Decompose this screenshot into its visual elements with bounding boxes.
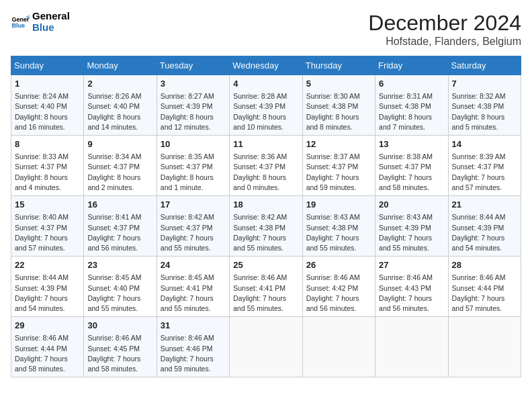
day-number: 12 xyxy=(306,138,371,150)
day-info: Sunrise: 8:24 AMSunset: 4:40 PMDaylight:… xyxy=(15,91,80,132)
logo: General Blue General Blue xyxy=(11,11,70,33)
day-number: 22 xyxy=(15,259,80,271)
day-info: Sunrise: 8:41 AMSunset: 4:37 PMDaylight:… xyxy=(87,212,152,253)
day-number: 19 xyxy=(306,199,371,211)
logo-general: General xyxy=(32,11,70,22)
day-number: 23 xyxy=(87,259,152,271)
day-number: 31 xyxy=(161,320,226,332)
calendar-cell: 2Sunrise: 8:26 AMSunset: 4:40 PMDaylight… xyxy=(84,75,157,136)
day-info: Sunrise: 8:46 AMSunset: 4:44 PMDaylight:… xyxy=(452,273,517,314)
day-number: 27 xyxy=(379,259,444,271)
day-number: 20 xyxy=(379,199,444,211)
calendar-cell: 3Sunrise: 8:27 AMSunset: 4:39 PMDaylight… xyxy=(157,75,229,136)
day-info: Sunrise: 8:45 AMSunset: 4:41 PMDaylight:… xyxy=(161,273,226,314)
day-info: Sunrise: 8:46 AMSunset: 4:45 PMDaylight:… xyxy=(87,333,152,374)
day-info: Sunrise: 8:31 AMSunset: 4:38 PMDaylight:… xyxy=(379,91,444,132)
calendar-cell: 7Sunrise: 8:32 AMSunset: 4:38 PMDaylight… xyxy=(448,75,521,136)
calendar-cell: 15Sunrise: 8:40 AMSunset: 4:37 PMDayligh… xyxy=(11,196,84,257)
day-number: 6 xyxy=(379,78,444,90)
page-header: General Blue General Blue December 2024 … xyxy=(11,11,521,48)
calendar-cell: 18Sunrise: 8:42 AMSunset: 4:38 PMDayligh… xyxy=(230,196,302,257)
calendar-cell: 23Sunrise: 8:45 AMSunset: 4:40 PMDayligh… xyxy=(84,257,157,317)
calendar-cell xyxy=(448,317,521,377)
calendar-cell: 14Sunrise: 8:39 AMSunset: 4:37 PMDayligh… xyxy=(448,136,521,196)
header-friday: Friday xyxy=(375,56,448,75)
calendar-cell: 10Sunrise: 8:35 AMSunset: 4:37 PMDayligh… xyxy=(157,136,229,196)
calendar-cell: 11Sunrise: 8:36 AMSunset: 4:37 PMDayligh… xyxy=(230,136,302,196)
calendar-week-1: 1Sunrise: 8:24 AMSunset: 4:40 PMDaylight… xyxy=(11,75,521,136)
day-number: 17 xyxy=(161,199,226,211)
day-number: 29 xyxy=(15,320,80,332)
calendar-week-3: 15Sunrise: 8:40 AMSunset: 4:37 PMDayligh… xyxy=(11,196,521,257)
logo-icon: General Blue xyxy=(11,13,30,32)
day-number: 25 xyxy=(233,259,298,271)
day-info: Sunrise: 8:38 AMSunset: 4:37 PMDaylight:… xyxy=(379,152,444,193)
calendar-cell: 9Sunrise: 8:34 AMSunset: 4:37 PMDaylight… xyxy=(84,136,157,196)
day-info: Sunrise: 8:42 AMSunset: 4:37 PMDaylight:… xyxy=(161,212,226,253)
calendar-cell: 29Sunrise: 8:46 AMSunset: 4:44 PMDayligh… xyxy=(11,317,84,377)
day-number: 11 xyxy=(233,138,298,150)
calendar-cell: 19Sunrise: 8:43 AMSunset: 4:38 PMDayligh… xyxy=(302,196,375,257)
day-info: Sunrise: 8:46 AMSunset: 4:43 PMDaylight:… xyxy=(379,273,444,314)
day-number: 24 xyxy=(161,259,226,271)
day-info: Sunrise: 8:32 AMSunset: 4:38 PMDaylight:… xyxy=(452,91,517,132)
calendar-cell: 20Sunrise: 8:43 AMSunset: 4:39 PMDayligh… xyxy=(375,196,448,257)
day-info: Sunrise: 8:30 AMSunset: 4:38 PMDaylight:… xyxy=(306,91,371,132)
calendar-cell: 22Sunrise: 8:44 AMSunset: 4:39 PMDayligh… xyxy=(11,257,84,317)
header-wednesday: Wednesday xyxy=(230,56,302,75)
calendar-cell xyxy=(375,317,448,377)
calendar-header-row: SundayMondayTuesdayWednesdayThursdayFrid… xyxy=(11,56,521,75)
day-info: Sunrise: 8:33 AMSunset: 4:37 PMDaylight:… xyxy=(15,152,80,193)
day-info: Sunrise: 8:34 AMSunset: 4:37 PMDaylight:… xyxy=(87,152,152,193)
day-number: 2 xyxy=(87,78,152,90)
day-info: Sunrise: 8:43 AMSunset: 4:39 PMDaylight:… xyxy=(379,212,444,253)
day-info: Sunrise: 8:36 AMSunset: 4:37 PMDaylight:… xyxy=(233,152,298,193)
day-info: Sunrise: 8:27 AMSunset: 4:39 PMDaylight:… xyxy=(161,91,226,132)
calendar-table: SundayMondayTuesdayWednesdayThursdayFrid… xyxy=(11,56,521,377)
calendar-cell: 30Sunrise: 8:46 AMSunset: 4:45 PMDayligh… xyxy=(84,317,157,377)
location: Hofstade, Flanders, Belgium xyxy=(368,36,521,48)
day-number: 14 xyxy=(452,138,517,150)
calendar-cell: 4Sunrise: 8:28 AMSunset: 4:39 PMDaylight… xyxy=(230,75,302,136)
day-info: Sunrise: 8:28 AMSunset: 4:39 PMDaylight:… xyxy=(233,91,298,132)
day-number: 5 xyxy=(306,78,371,90)
calendar-cell: 21Sunrise: 8:44 AMSunset: 4:39 PMDayligh… xyxy=(448,196,521,257)
calendar-cell: 12Sunrise: 8:37 AMSunset: 4:37 PMDayligh… xyxy=(302,136,375,196)
month-title: December 2024 xyxy=(368,11,521,36)
day-info: Sunrise: 8:39 AMSunset: 4:37 PMDaylight:… xyxy=(452,152,517,193)
calendar-cell: 5Sunrise: 8:30 AMSunset: 4:38 PMDaylight… xyxy=(302,75,375,136)
day-info: Sunrise: 8:37 AMSunset: 4:37 PMDaylight:… xyxy=(306,152,371,193)
day-number: 9 xyxy=(87,138,152,150)
day-info: Sunrise: 8:40 AMSunset: 4:37 PMDaylight:… xyxy=(15,212,80,253)
header-thursday: Thursday xyxy=(302,56,375,75)
day-info: Sunrise: 8:43 AMSunset: 4:38 PMDaylight:… xyxy=(306,212,371,253)
day-number: 16 xyxy=(87,199,152,211)
calendar-cell: 1Sunrise: 8:24 AMSunset: 4:40 PMDaylight… xyxy=(11,75,84,136)
calendar-cell: 24Sunrise: 8:45 AMSunset: 4:41 PMDayligh… xyxy=(157,257,229,317)
day-number: 8 xyxy=(15,138,80,150)
calendar-cell: 31Sunrise: 8:46 AMSunset: 4:46 PMDayligh… xyxy=(157,317,229,377)
calendar-cell: 28Sunrise: 8:46 AMSunset: 4:44 PMDayligh… xyxy=(448,257,521,317)
day-info: Sunrise: 8:42 AMSunset: 4:38 PMDaylight:… xyxy=(233,212,298,253)
logo-blue: Blue xyxy=(32,22,70,34)
calendar-week-2: 8Sunrise: 8:33 AMSunset: 4:37 PMDaylight… xyxy=(11,136,521,196)
day-number: 30 xyxy=(87,320,152,332)
day-number: 3 xyxy=(161,78,226,90)
day-number: 1 xyxy=(15,78,80,90)
day-info: Sunrise: 8:46 AMSunset: 4:41 PMDaylight:… xyxy=(233,273,298,314)
day-number: 13 xyxy=(379,138,444,150)
calendar-week-4: 22Sunrise: 8:44 AMSunset: 4:39 PMDayligh… xyxy=(11,257,521,317)
day-info: Sunrise: 8:46 AMSunset: 4:44 PMDaylight:… xyxy=(15,333,80,374)
day-info: Sunrise: 8:44 AMSunset: 4:39 PMDaylight:… xyxy=(452,212,517,253)
day-info: Sunrise: 8:26 AMSunset: 4:40 PMDaylight:… xyxy=(87,91,152,132)
day-number: 21 xyxy=(452,199,517,211)
calendar-cell: 27Sunrise: 8:46 AMSunset: 4:43 PMDayligh… xyxy=(375,257,448,317)
svg-text:Blue: Blue xyxy=(11,22,25,29)
calendar-cell: 13Sunrise: 8:38 AMSunset: 4:37 PMDayligh… xyxy=(375,136,448,196)
calendar-cell: 16Sunrise: 8:41 AMSunset: 4:37 PMDayligh… xyxy=(84,196,157,257)
calendar-cell: 26Sunrise: 8:46 AMSunset: 4:42 PMDayligh… xyxy=(302,257,375,317)
day-number: 18 xyxy=(233,199,298,211)
calendar-week-5: 29Sunrise: 8:46 AMSunset: 4:44 PMDayligh… xyxy=(11,317,521,377)
day-number: 7 xyxy=(452,78,517,90)
day-info: Sunrise: 8:46 AMSunset: 4:46 PMDaylight:… xyxy=(161,333,226,374)
